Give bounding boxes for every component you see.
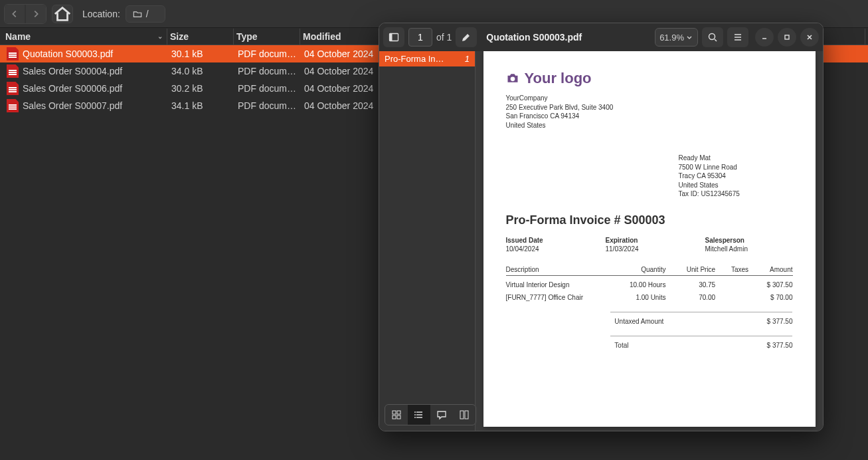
page-area[interactable]: Your logo YourCompany 250 Executive Park… [476, 51, 823, 431]
svg-point-11 [414, 417, 416, 418]
svg-rect-5 [392, 411, 396, 414]
file-size: 34.1 kB [167, 100, 234, 111]
file-size: 34.0 kB [167, 66, 234, 76]
back-button[interactable] [5, 5, 25, 23]
folder-icon [133, 9, 142, 19]
file-name: Sales Order S00007.pdf [23, 100, 122, 111]
file-name: Sales Order S00004.pdf [23, 66, 122, 76]
home-button[interactable] [52, 5, 73, 23]
column-size[interactable]: Size [167, 29, 234, 45]
pdf-viewer-window: of 1 Quotation S00003.pdf 61.9% Pro-Form… [379, 23, 824, 431]
pdf-file-icon [7, 64, 19, 78]
outline-item[interactable]: Pro-Forma In… 1 [379, 51, 475, 66]
svg-point-9 [414, 411, 416, 413]
file-name: Quotation S00003.pdf [23, 49, 113, 59]
file-type: PDF docum… [234, 100, 300, 111]
search-button[interactable] [702, 27, 723, 47]
svg-point-4 [510, 77, 515, 82]
untaxed-row: Untaxed Amount$ 377.50 [506, 318, 793, 325]
viewer-toolbar: of 1 Quotation S00003.pdf 61.9% [379, 23, 823, 51]
document-title: Quotation S00003.pdf [481, 32, 651, 43]
viewer-body: Pro-Forma In… 1 Your logo YourCompany 25… [379, 51, 823, 431]
outline-item-label: Pro-Forma In… [385, 54, 444, 64]
sort-indicator-icon: ⌄ [157, 33, 163, 40]
column-name[interactable]: Name⌄ [3, 29, 167, 45]
document-page: Your logo YourCompany 250 Executive Park… [483, 51, 816, 427]
maximize-button[interactable] [778, 28, 796, 47]
company-block: YourCompany 250 Executive Park Blvd, Sui… [506, 94, 793, 130]
line-item: Virtual Interior Design10.00 Hours30.75$… [506, 281, 793, 288]
file-type: PDF docum… [234, 83, 300, 94]
pdf-file-icon [7, 99, 19, 112]
thumbnails-mode-button[interactable] [385, 405, 408, 425]
file-name: Sales Order S00006.pdf [23, 83, 122, 94]
pdf-file-icon [7, 82, 19, 95]
outline-panel: Pro-Forma In… 1 [379, 51, 476, 431]
file-size: 30.1 kB [167, 49, 234, 59]
svg-point-10 [414, 414, 416, 415]
zoom-value: 61.9% [659, 33, 684, 43]
bookmarks-mode-button[interactable] [453, 405, 476, 425]
zoom-selector[interactable]: 61.9% [655, 28, 698, 47]
forward-button[interactable] [26, 5, 46, 23]
minimize-button[interactable] [755, 28, 774, 47]
annotations-mode-button[interactable] [430, 405, 453, 425]
close-button[interactable] [800, 28, 819, 47]
document-heading: Pro-Forma Invoice # S00003 [506, 213, 793, 227]
page-indicator: of 1 [408, 28, 452, 47]
svg-rect-3 [785, 35, 789, 39]
camera-icon [506, 72, 519, 84]
logo: Your logo [506, 70, 793, 87]
svg-rect-1 [390, 34, 392, 41]
line-items-header: Description Quantity Unit Price Taxes Am… [506, 266, 793, 276]
path-text: / [146, 9, 149, 19]
column-type[interactable]: Type [234, 29, 300, 45]
file-type: PDF docum… [234, 66, 300, 76]
location-label: Location: [82, 9, 120, 19]
menu-button[interactable] [727, 27, 748, 47]
svg-rect-13 [465, 411, 468, 419]
svg-rect-6 [397, 411, 400, 414]
page-of-label: of 1 [436, 32, 452, 43]
location-path[interactable]: / [126, 5, 165, 23]
side-panel-mode-switch [385, 404, 476, 425]
page-number-input[interactable] [408, 28, 432, 47]
pdf-file-icon [7, 47, 19, 60]
line-item: [FURN_7777] Office Chair1.00 Units70.00$… [506, 294, 793, 301]
outline-mode-button[interactable] [408, 405, 430, 425]
svg-rect-7 [392, 415, 396, 419]
svg-rect-12 [460, 411, 464, 419]
chevron-down-icon [685, 33, 693, 41]
sidepanel-toggle-button[interactable] [383, 27, 404, 47]
nav-group [4, 4, 46, 24]
svg-point-2 [709, 34, 715, 40]
file-size: 30.2 kB [167, 83, 234, 94]
meta-block: Issued Date Expiration Salesperson 10/04… [506, 237, 793, 253]
file-type: PDF docum… [234, 49, 300, 59]
annotate-button[interactable] [456, 27, 477, 47]
outline-item-page: 1 [465, 54, 470, 64]
customer-block: Ready Mat 7500 W Linne Road Tracy CA 953… [679, 154, 793, 199]
total-row: Total$ 377.50 [506, 342, 793, 349]
svg-rect-8 [397, 415, 400, 419]
